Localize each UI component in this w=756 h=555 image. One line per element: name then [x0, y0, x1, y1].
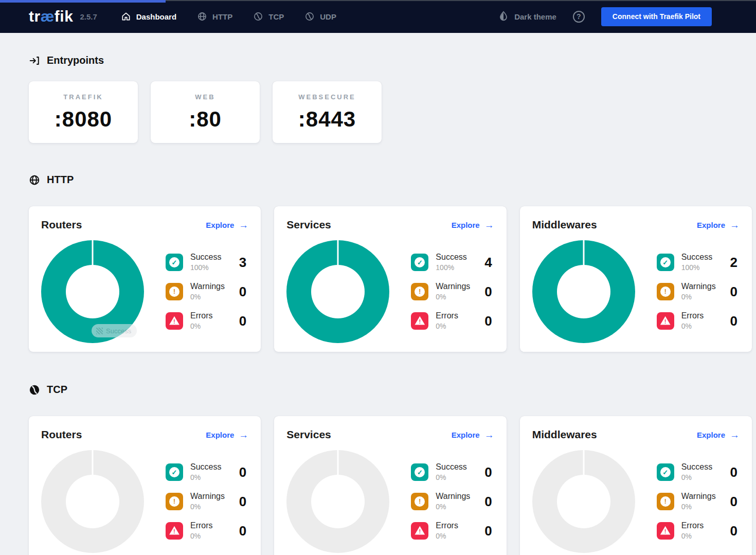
stats-list: ✓ Success100% 3 ! Warnings0% 0 ! Errors0…	[166, 252, 248, 331]
nav-item-dashboard[interactable]: Dashboard	[121, 11, 176, 22]
stat-row-warnings: ! Warnings0% 0	[166, 281, 248, 302]
arrow-right-icon: →	[730, 220, 740, 230]
stat-row-success: ✓ Success100% 3	[166, 252, 248, 273]
stat-row-errors: ! Errors0% 0	[411, 311, 494, 331]
stat-label: Errors	[681, 521, 704, 530]
stat-label: Success	[190, 462, 221, 471]
explore-link[interactable]: Explore →	[697, 430, 740, 440]
nav-item-label: TCP	[268, 12, 284, 21]
stat-value: 2	[730, 255, 740, 271]
stats-list: ✓ Success0% 0 ! Warnings0% 0 ! Errors0% …	[411, 462, 494, 541]
explore-link[interactable]: Explore →	[452, 430, 494, 440]
dark-theme-toggle[interactable]: Dark theme	[498, 10, 556, 23]
stat-value: 0	[239, 494, 248, 510]
tcp-routers-card: Routers Explore → ✓ Success0% 0 ! War	[29, 416, 261, 555]
stat-value: 0	[730, 284, 740, 300]
stat-label: Warnings	[190, 492, 225, 500]
stat-label: Errors	[436, 311, 458, 320]
nav-item-tcp[interactable]: TCP	[253, 11, 284, 22]
entrypoint-port: :80	[189, 107, 222, 132]
stat-percent: 0%	[436, 293, 446, 301]
stat-value: 0	[239, 464, 248, 480]
entrypoint-port: :8443	[298, 107, 356, 132]
stat-row-warnings: ! Warnings0% 0	[166, 491, 248, 512]
stat-row-warnings: ! Warnings0% 0	[411, 491, 494, 512]
stat-percent: 0%	[190, 293, 201, 301]
stat-value: 0	[730, 313, 740, 329]
entrypoint-card-web: WEB :80	[151, 81, 260, 143]
stat-label: Errors	[681, 311, 704, 320]
stat-row-errors: ! Errors0% 0	[657, 521, 740, 541]
connect-traefik-pilot-button[interactable]: Connect with Traefik Pilot	[601, 7, 712, 26]
stat-label: Warnings	[681, 282, 716, 291]
arrow-right-icon: →	[484, 220, 494, 230]
error-triangle-icon: !	[166, 312, 183, 330]
tooltip-label: Success	[106, 327, 131, 335]
nav-item-udp[interactable]: UDP	[304, 11, 336, 22]
stat-label: Success	[681, 253, 712, 261]
stat-percent: 100%	[681, 263, 700, 272]
stat-value: 0	[239, 523, 248, 539]
stat-label: Errors	[436, 521, 458, 530]
card-title: Middlewares	[532, 219, 597, 231]
entrypoint-card-traefik: TRAEFIK :8080	[29, 81, 138, 143]
error-triangle-icon: !	[166, 522, 183, 540]
logo-text: fik	[55, 8, 74, 25]
success-check-icon: ✓	[166, 254, 183, 271]
entrypoint-name: WEBSECURE	[298, 93, 356, 101]
http-cards: Routers Explore → ✓ Success100% 3 ! W	[29, 206, 752, 352]
warning-exclamation-icon: !	[657, 493, 674, 510]
stat-row-errors: ! Errors0% 0	[166, 521, 248, 541]
stat-percent: 0%	[681, 322, 692, 330]
nav-item-label: UDP	[320, 12, 336, 21]
version-label: 2.5.7	[80, 12, 97, 21]
warning-exclamation-icon: !	[657, 283, 674, 300]
entrypoints-icon	[29, 55, 40, 66]
page-load-progress-bar	[0, 0, 166, 3]
stat-row-warnings: ! Warnings0% 0	[657, 281, 740, 302]
help-icon[interactable]: ?	[573, 11, 585, 23]
card-title: Routers	[41, 428, 82, 441]
tcp-services-card: Services Explore → ✓ Success0% 0 ! Wa	[274, 416, 506, 555]
explore-label: Explore	[206, 431, 234, 439]
stat-row-success: ✓ Success100% 4	[411, 252, 494, 273]
nav-item-label: Dashboard	[136, 12, 176, 21]
explore-link[interactable]: Explore →	[452, 220, 494, 230]
main-navigation: Dashboard HTTP TCP UDP	[121, 11, 336, 22]
http-section-heading: HTTP	[29, 174, 752, 186]
stat-value: 0	[484, 464, 494, 480]
entrypoints-section-heading: Entrypoints	[29, 33, 752, 66]
stat-row-warnings: ! Warnings0% 0	[411, 281, 494, 302]
stat-value: 3	[239, 255, 248, 271]
stat-row-warnings: ! Warnings0% 0	[657, 491, 740, 512]
donut-chart	[532, 240, 635, 343]
stat-percent: 0%	[190, 503, 201, 511]
stats-list: ✓ Success0% 0 ! Warnings0% 0 ! Errors0% …	[166, 462, 248, 541]
stat-value: 0	[239, 284, 248, 300]
traefik-logo: træfik	[29, 8, 73, 25]
arrow-right-icon: →	[484, 430, 494, 440]
explore-link[interactable]: Explore →	[206, 220, 248, 230]
explore-link[interactable]: Explore →	[697, 220, 740, 230]
entrypoint-port: :8080	[55, 107, 112, 132]
contrast-icon	[498, 10, 509, 23]
entrypoint-name: TRAEFIK	[63, 93, 103, 101]
stat-label: Warnings	[190, 282, 225, 291]
stat-percent: 0%	[681, 293, 692, 301]
stat-value: 0	[484, 523, 494, 539]
nav-item-http[interactable]: HTTP	[197, 11, 232, 22]
explore-label: Explore	[697, 431, 725, 439]
stat-value: 0	[730, 464, 740, 480]
stat-percent: 100%	[436, 263, 454, 272]
tcp-section-heading: TCP	[29, 384, 752, 396]
logo-text: tr	[29, 8, 41, 25]
card-title: Services	[286, 428, 331, 441]
error-triangle-icon: !	[411, 312, 428, 330]
card-title: Services	[286, 219, 331, 231]
explore-link[interactable]: Explore →	[206, 430, 248, 440]
donut-chart	[286, 450, 389, 553]
error-triangle-icon: !	[657, 522, 674, 540]
stat-row-success: ✓ Success0% 0	[411, 462, 494, 482]
warning-exclamation-icon: !	[166, 283, 183, 300]
donut-chart	[532, 450, 635, 553]
